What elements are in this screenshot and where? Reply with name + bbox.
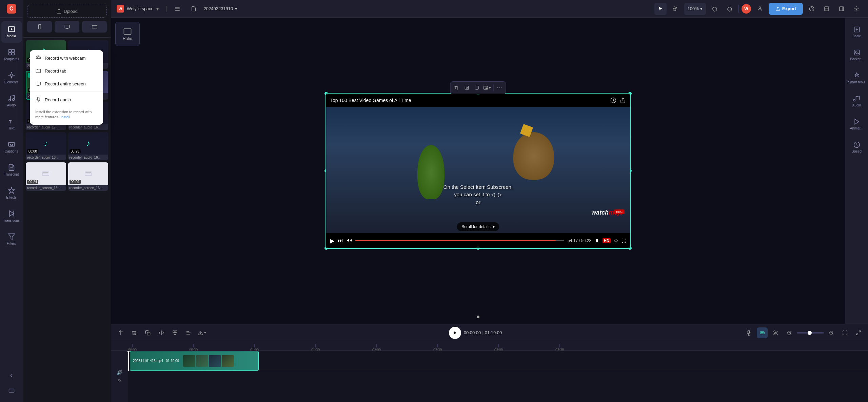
layout-button[interactable] [821, 3, 833, 15]
desktop-ratio-btn[interactable] [55, 21, 79, 33]
split-button[interactable] [156, 327, 167, 338]
right-panel-smart-tools[interactable]: Smart tools [847, 67, 867, 89]
pip-chevron: ▾ [489, 86, 491, 90]
expand-button[interactable] [853, 327, 864, 338]
project-name[interactable]: 202402231910 ▾ [204, 6, 238, 11]
right-panel-audio[interactable]: Audio [847, 90, 867, 112]
install-link[interactable]: Install [60, 115, 70, 119]
list-item[interactable]: ♪ 00:00 recorder_audio_16... [26, 132, 66, 161]
sidebar-item-media[interactable]: Media [1, 21, 22, 43]
settings-button[interactable] [850, 3, 863, 15]
fit-button[interactable] [462, 83, 472, 93]
sidebar-item-filters[interactable]: Filters [1, 228, 22, 250]
upload-button[interactable]: Upload [27, 5, 107, 18]
right-panel-background[interactable]: Backgr... [847, 44, 867, 66]
play-button[interactable] [449, 327, 461, 339]
export-btn-tl[interactable]: ▾ [197, 327, 208, 338]
sidebar-item-audio[interactable]: Audio [1, 90, 22, 112]
ratio-badge[interactable]: Ratio [115, 22, 140, 46]
list-item[interactable]: 00:09 recorder_screen_16... [68, 162, 108, 191]
right-panel-basic[interactable]: Basic [847, 21, 867, 43]
crop-button[interactable] [452, 83, 461, 93]
svg-rect-57 [173, 331, 175, 333]
sidebar-item-effects[interactable]: Effects [1, 182, 22, 204]
time-pipe: | [482, 330, 483, 335]
record-screen-item[interactable]: Record entire screen [30, 77, 103, 90]
right-panel-animate[interactable]: Animat... [847, 113, 867, 135]
list-item[interactable]: 00:24 recorder_screen_16... [26, 162, 66, 191]
export-button[interactable]: Export [769, 3, 803, 15]
svg-point-65 [761, 333, 762, 333]
cursor-tool-button[interactable] [654, 3, 667, 15]
svg-point-50 [477, 316, 479, 318]
mobile-ratio-btn[interactable] [27, 21, 52, 33]
list-item[interactable]: ♪ 00:23 recorder_audio_16... [68, 132, 108, 161]
playhead [128, 351, 129, 371]
background-icon [853, 49, 860, 56]
video-skip-button[interactable]: ⏭ [338, 238, 343, 244]
more-options-button[interactable]: ··· [495, 83, 505, 93]
pip-button[interactable]: ▾ [482, 83, 492, 93]
ruler-1m30: 01:30 [311, 344, 320, 351]
sidebar-item-captions[interactable]: Captions [1, 136, 22, 158]
record-indicator: REC [614, 209, 625, 214]
sidebar-item-elements[interactable]: Elements [1, 67, 22, 89]
video-total-time: 56:28 [581, 238, 591, 243]
timeline-tracks: 🔊 ✎ 202311161416.mp4 01:19:09 [111, 351, 868, 402]
track-clip[interactable]: 202311161416.mp4 01:19:09 [130, 351, 259, 371]
cut-button[interactable] [770, 327, 781, 338]
align-button[interactable] [183, 327, 194, 338]
edit-track-button[interactable]: ✎ [118, 378, 122, 383]
video-play-button[interactable]: ▶ [330, 238, 334, 244]
collapse-button[interactable] [5, 369, 18, 382]
mic-button[interactable] [743, 327, 754, 338]
redo-button[interactable] [724, 3, 736, 15]
sidebar-item-templates[interactable]: Templates [1, 44, 22, 66]
duplicate-button[interactable] [142, 327, 153, 338]
svg-point-53 [855, 51, 856, 52]
panel-toggle-button[interactable] [835, 3, 848, 15]
expand-icon [856, 330, 861, 336]
playhead-indicator [475, 314, 481, 321]
delete-button[interactable] [129, 327, 140, 338]
fit-icon [465, 85, 469, 90]
text-add-button[interactable] [115, 327, 126, 338]
zoom-button[interactable]: 100% ▾ [684, 3, 706, 15]
game-scene: On the Select Item Subscreen,you can set… [326, 107, 630, 233]
zoom-slider-track[interactable] [797, 332, 824, 334]
volume-track-button[interactable]: 🔊 [117, 370, 122, 375]
table-row[interactable]: 202311161416.mp4 01:19:09 [111, 351, 868, 371]
clip-thumb [183, 355, 195, 367]
video-fullscreen-button[interactable]: ⛶ [622, 238, 626, 243]
fullscreen-button[interactable] [840, 327, 850, 338]
zoom-out-button[interactable] [784, 327, 795, 338]
record-tab-item[interactable]: Record tab [30, 64, 103, 77]
transform-button[interactable] [472, 83, 482, 93]
ai-button[interactable] [757, 327, 768, 338]
help-button[interactable] [806, 3, 818, 15]
project-file-icon[interactable] [188, 3, 200, 15]
keyboard-shortcuts-button[interactable] [5, 384, 18, 397]
timeline-area: ▾ 00:00:00 | 01:19:09 [111, 324, 868, 402]
video-volume-button[interactable] [347, 238, 352, 244]
workspace-area: W Weiyi's space ▾ [117, 5, 159, 13]
redo-icon [727, 6, 732, 12]
video-pause-overlay[interactable]: ⏸ [595, 238, 599, 243]
hand-tool-button[interactable] [669, 3, 682, 15]
widescreen-ratio-btn[interactable] [82, 21, 107, 33]
video-progress-bar[interactable] [355, 240, 564, 241]
sidebar-item-transcript[interactable]: Transcript [1, 159, 22, 181]
undo-button[interactable] [709, 3, 721, 15]
account-button[interactable] [754, 3, 766, 15]
record-footer: Install the extension to record with mor… [30, 106, 103, 123]
zoom-in-button[interactable] [826, 327, 837, 338]
sidebar-item-transitions[interactable]: Transitions [1, 205, 22, 227]
merge-button[interactable] [170, 327, 180, 338]
zoom-slider-thumb[interactable] [808, 331, 812, 335]
video-settings-button[interactable]: ⚙ [614, 238, 618, 243]
record-audio-item[interactable]: Record audio [30, 93, 103, 106]
sidebar-item-text[interactable]: T Text [1, 113, 22, 135]
right-panel-speed[interactable]: Speed [847, 136, 867, 158]
menu-button[interactable] [171, 3, 183, 15]
record-webcam-item[interactable]: Record with webcam [30, 52, 103, 64]
